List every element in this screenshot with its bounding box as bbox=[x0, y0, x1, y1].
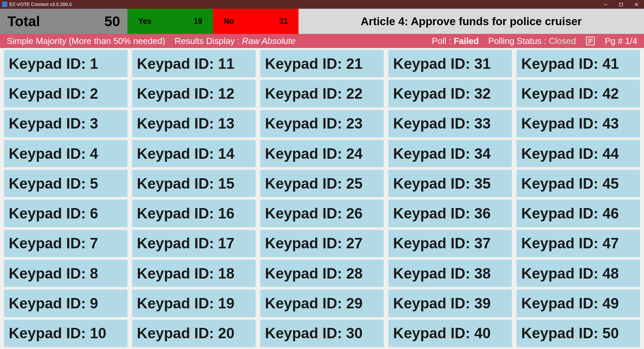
keypad-cell[interactable]: Keypad ID: 37 bbox=[388, 230, 512, 257]
keypad-cell[interactable]: Keypad ID: 42 bbox=[517, 80, 640, 107]
keypad-cell[interactable]: Keypad ID: 50 bbox=[517, 320, 640, 347]
app-icon bbox=[2, 2, 7, 7]
keypad-cell[interactable]: Keypad ID: 36 bbox=[388, 200, 512, 227]
results-display: Results Display : Raw Absolute bbox=[175, 36, 296, 46]
keypad-cell[interactable]: Keypad ID: 19 bbox=[132, 290, 256, 317]
keypad-cell[interactable]: Keypad ID: 48 bbox=[517, 260, 640, 287]
window-titlebar: EZ-VOTE Connect v3.0.206.0 bbox=[0, 0, 644, 9]
svg-rect-1 bbox=[620, 3, 623, 6]
keypad-cell[interactable]: Keypad ID: 16 bbox=[132, 200, 256, 227]
keypad-cell[interactable]: Keypad ID: 29 bbox=[260, 290, 384, 317]
keypad-cell[interactable]: Keypad ID: 49 bbox=[517, 290, 640, 317]
keypad-cell[interactable]: Keypad ID: 24 bbox=[260, 140, 384, 167]
keypad-cell[interactable]: Keypad ID: 40 bbox=[388, 320, 512, 347]
keypad-cell[interactable]: Keypad ID: 10 bbox=[4, 320, 127, 347]
window-title: EZ-VOTE Connect v3.0.206.0 bbox=[9, 2, 72, 7]
results-display-value: Raw Absolute bbox=[242, 36, 295, 46]
keypad-cell[interactable]: Keypad ID: 11 bbox=[132, 50, 256, 77]
majority-rule: Simple Majority (More than 50% needed) bbox=[7, 36, 165, 46]
keypad-cell[interactable]: Keypad ID: 27 bbox=[260, 230, 384, 257]
keypad-cell[interactable]: Keypad ID: 5 bbox=[4, 170, 127, 197]
poll-label: Poll : bbox=[432, 36, 453, 46]
polling-status-label: Polling Status : bbox=[488, 36, 549, 46]
yes-label: Yes bbox=[138, 17, 152, 26]
keypad-cell[interactable]: Keypad ID: 23 bbox=[260, 110, 384, 137]
close-button[interactable] bbox=[629, 0, 644, 9]
keypad-cell[interactable]: Keypad ID: 22 bbox=[260, 80, 384, 107]
keypad-cell[interactable]: Keypad ID: 7 bbox=[4, 230, 127, 257]
results-display-label: Results Display : bbox=[175, 36, 242, 46]
keypad-cell[interactable]: Keypad ID: 3 bbox=[4, 110, 127, 137]
keypad-cell[interactable]: Keypad ID: 39 bbox=[388, 290, 512, 317]
keypad-cell[interactable]: Keypad ID: 13 bbox=[132, 110, 256, 137]
keypad-col-1: Keypad ID: 1Keypad ID: 2Keypad ID: 3Keyp… bbox=[4, 50, 127, 347]
keypad-grid: Keypad ID: 1Keypad ID: 2Keypad ID: 3Keyp… bbox=[0, 48, 644, 349]
no-box: No 31 bbox=[213, 9, 299, 34]
keypad-cell[interactable]: Keypad ID: 32 bbox=[388, 80, 512, 107]
keypad-col-3: Keypad ID: 21Keypad ID: 22Keypad ID: 23K… bbox=[260, 50, 384, 347]
minimize-button[interactable] bbox=[598, 0, 613, 9]
status-bar: Simple Majority (More than 50% needed) R… bbox=[0, 34, 644, 48]
keypad-cell[interactable]: Keypad ID: 34 bbox=[388, 140, 512, 167]
keypad-cell[interactable]: Keypad ID: 47 bbox=[517, 230, 640, 257]
window-controls bbox=[598, 0, 644, 9]
total-box: Total 50 bbox=[0, 9, 127, 34]
keypad-cell[interactable]: Keypad ID: 20 bbox=[132, 320, 256, 347]
keypad-cell[interactable]: Keypad ID: 31 bbox=[388, 50, 512, 77]
yes-value: 19 bbox=[194, 17, 202, 26]
keypad-cell[interactable]: Keypad ID: 38 bbox=[388, 260, 512, 287]
keypad-cell[interactable]: Keypad ID: 17 bbox=[132, 230, 256, 257]
no-value: 31 bbox=[279, 17, 288, 26]
polling-status-value: Closed bbox=[549, 36, 576, 46]
keypad-cell[interactable]: Keypad ID: 44 bbox=[517, 140, 640, 167]
keypad-cell[interactable]: Keypad ID: 25 bbox=[260, 170, 384, 197]
keypad-cell[interactable]: Keypad ID: 8 bbox=[4, 260, 127, 287]
keypad-cell[interactable]: Keypad ID: 12 bbox=[132, 80, 256, 107]
keypad-cell[interactable]: Keypad ID: 18 bbox=[132, 260, 256, 287]
keypad-cell[interactable]: Keypad ID: 46 bbox=[517, 200, 640, 227]
poll-result: Poll : Failed bbox=[432, 36, 479, 46]
polling-status: Polling Status : Closed bbox=[488, 36, 576, 46]
keypad-cell[interactable]: Keypad ID: 28 bbox=[260, 260, 384, 287]
keypad-cell[interactable]: Keypad ID: 2 bbox=[4, 80, 127, 107]
keypad-col-4: Keypad ID: 31Keypad ID: 32Keypad ID: 33K… bbox=[388, 50, 512, 347]
summary-row: Total 50 Yes 19 No 31 Article 4: Approve… bbox=[0, 9, 644, 34]
keypad-cell[interactable]: Keypad ID: 35 bbox=[388, 170, 512, 197]
keypad-cell[interactable]: Keypad ID: 14 bbox=[132, 140, 256, 167]
total-value: 50 bbox=[104, 13, 120, 30]
keypad-cell[interactable]: Keypad ID: 1 bbox=[4, 50, 127, 77]
keypad-cell[interactable]: Keypad ID: 43 bbox=[517, 110, 640, 137]
page-indicator: Pg # 1/4 bbox=[605, 36, 637, 46]
keypad-cell[interactable]: Keypad ID: 6 bbox=[4, 200, 127, 227]
keypad-cell[interactable]: Keypad ID: 30 bbox=[260, 320, 384, 347]
keypad-cell[interactable]: Keypad ID: 41 bbox=[517, 50, 640, 77]
no-label: No bbox=[224, 17, 234, 26]
keypad-cell[interactable]: Keypad ID: 26 bbox=[260, 200, 384, 227]
total-label: Total bbox=[7, 13, 40, 30]
question-box: Article 4: Approve funds for police crui… bbox=[299, 9, 644, 34]
keypad-col-2: Keypad ID: 11Keypad ID: 12Keypad ID: 13K… bbox=[132, 50, 256, 347]
keypad-cell[interactable]: Keypad ID: 21 bbox=[260, 50, 384, 77]
keypad-cell[interactable]: Keypad ID: 33 bbox=[388, 110, 512, 137]
keypad-col-5: Keypad ID: 41Keypad ID: 42Keypad ID: 43K… bbox=[517, 50, 640, 347]
keypad-cell[interactable]: Keypad ID: 15 bbox=[132, 170, 256, 197]
question-text: Article 4: Approve funds for police crui… bbox=[361, 15, 582, 28]
keypad-cell[interactable]: Keypad ID: 4 bbox=[4, 140, 127, 167]
keypad-cell[interactable]: Keypad ID: 9 bbox=[4, 290, 127, 317]
yes-box: Yes 19 bbox=[127, 9, 213, 34]
list-icon[interactable] bbox=[585, 36, 595, 46]
poll-result-value: Failed bbox=[453, 36, 479, 46]
keypad-cell[interactable]: Keypad ID: 45 bbox=[517, 170, 640, 197]
maximize-button[interactable] bbox=[613, 0, 629, 9]
